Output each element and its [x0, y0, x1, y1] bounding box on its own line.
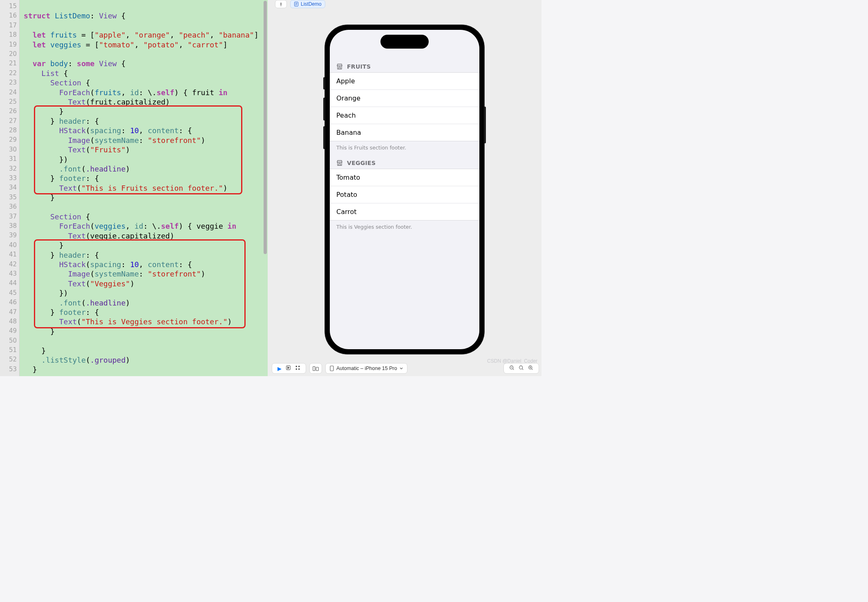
line-number[interactable]: 49 [0, 326, 17, 336]
device-selector[interactable]: Automatic – iPhone 15 Pro [325, 363, 407, 374]
live-icon [286, 365, 291, 370]
table-row[interactable]: Potato [330, 186, 479, 203]
grid-icon [295, 365, 300, 370]
line-number[interactable]: 50 [0, 336, 17, 346]
zoom-out-button[interactable] [507, 365, 517, 372]
svg-rect-6 [313, 366, 315, 370]
line-number[interactable]: 45 [0, 288, 17, 298]
line-number[interactable]: 17 [0, 21, 17, 30]
line-number[interactable]: 18 [0, 30, 17, 40]
variants-icon [313, 366, 319, 371]
line-number[interactable]: 31 [0, 154, 17, 164]
preview-toolbar: ▶ Automatic – iPhone 15 Pro [272, 362, 539, 375]
storefront-icon [336, 63, 343, 70]
line-number[interactable]: 47 [0, 308, 17, 317]
list-view[interactable]: FRUITS Apple Orange Peach Banana This is… [330, 30, 479, 236]
zoom-fit-icon [519, 365, 524, 370]
live-button[interactable] [284, 365, 293, 372]
selectable-button[interactable] [293, 365, 302, 372]
line-number[interactable]: 29 [0, 135, 17, 145]
line-number[interactable]: 25 [0, 97, 17, 107]
dynamic-island [380, 35, 429, 49]
section-header-label: FRUITS [347, 63, 371, 70]
svg-rect-7 [316, 367, 318, 370]
play-button[interactable]: ▶ [275, 366, 284, 372]
code-editor-pane: 1516171819202122232425262728293031323334… [0, 0, 268, 376]
line-number[interactable]: 37 [0, 212, 17, 221]
table-row[interactable]: Apple [330, 73, 479, 90]
line-number[interactable]: 20 [0, 49, 17, 59]
section-header-fruits: FRUITS [330, 61, 479, 72]
line-number[interactable]: 27 [0, 116, 17, 126]
section-footer-fruits: This is Fruits section footer. [330, 141, 479, 157]
line-number[interactable]: 35 [0, 193, 17, 202]
table-row[interactable]: Banana [330, 124, 479, 141]
line-number[interactable]: 41 [0, 250, 17, 259]
storefront-icon [336, 160, 343, 166]
zoom-controls-group [503, 363, 539, 374]
line-number[interactable]: 32 [0, 164, 17, 174]
section-header-label: VEGGIES [347, 160, 376, 166]
breadcrumb-file[interactable]: ListDemo [290, 0, 325, 8]
table-row[interactable]: Orange [330, 90, 479, 107]
line-number[interactable]: 38 [0, 221, 17, 231]
zoom-fit-button[interactable] [517, 365, 526, 372]
line-number[interactable]: 24 [0, 88, 17, 97]
section-rows-veggies: Tomato Potato Carrot [330, 169, 479, 221]
table-row[interactable]: Tomato [330, 169, 479, 186]
line-number[interactable]: 16 [0, 11, 17, 20]
preview-controls-group: ▶ [272, 363, 306, 374]
line-number[interactable]: 34 [0, 183, 17, 192]
phone-button-power [484, 107, 486, 143]
zoom-in-button[interactable] [526, 365, 535, 372]
swift-file-icon [294, 2, 299, 7]
line-number[interactable]: 21 [0, 59, 17, 68]
line-number[interactable]: 15 [0, 2, 17, 11]
line-number[interactable]: 52 [0, 355, 17, 364]
phone-button-volup [323, 98, 325, 120]
table-row[interactable]: Carrot [330, 203, 479, 220]
line-number[interactable]: 26 [0, 107, 17, 116]
svg-rect-5 [298, 368, 300, 370]
preview-breadcrumb-bar: ListDemo [268, 0, 541, 8]
variants-button[interactable] [309, 363, 322, 374]
device-label: Automatic – iPhone 15 Pro [336, 366, 397, 371]
section-footer-veggies: This is Veggies section footer. [330, 221, 479, 236]
line-number-gutter[interactable]: 1516171819202122232425262728293031323334… [0, 0, 20, 376]
breadcrumb-label: ListDemo [301, 1, 322, 7]
svg-rect-2 [296, 366, 297, 367]
line-number[interactable]: 30 [0, 145, 17, 154]
line-number[interactable]: 43 [0, 269, 17, 279]
device-canvas[interactable]: FRUITS Apple Orange Peach Banana This is… [268, 8, 541, 376]
code-area[interactable]: struct ListDemo: View { let fruits = ["a… [20, 0, 268, 376]
line-number[interactable]: 22 [0, 69, 17, 78]
line-number[interactable]: 44 [0, 279, 17, 288]
line-number[interactable]: 48 [0, 317, 17, 326]
line-number[interactable]: 51 [0, 346, 17, 355]
preview-pane: ListDemo FRUITS Apple Orange [268, 0, 541, 376]
line-number[interactable]: 46 [0, 298, 17, 307]
line-number[interactable]: 33 [0, 174, 17, 183]
line-number[interactable]: 53 [0, 365, 17, 374]
zoom-in-icon [528, 365, 533, 370]
section-rows-fruits: Apple Orange Peach Banana [330, 72, 479, 141]
iphone-icon [330, 366, 334, 371]
zoom-out-icon [509, 365, 515, 370]
iphone-screen: FRUITS Apple Orange Peach Banana This is… [330, 30, 479, 349]
line-number[interactable]: 36 [0, 202, 17, 212]
phone-button-voldown [323, 126, 325, 149]
line-number[interactable]: 23 [0, 78, 17, 87]
line-number[interactable]: 42 [0, 260, 17, 269]
svg-rect-4 [296, 368, 297, 370]
line-number[interactable]: 39 [0, 231, 17, 240]
svg-rect-3 [298, 366, 300, 367]
line-number[interactable]: 19 [0, 40, 17, 49]
table-row[interactable]: Peach [330, 107, 479, 124]
editor-scrollbar[interactable] [264, 1, 267, 254]
iphone-frame: FRUITS Apple Orange Peach Banana This is… [324, 25, 485, 355]
line-number[interactable]: 28 [0, 126, 17, 135]
line-number[interactable]: 40 [0, 241, 17, 250]
pin-icon [279, 2, 283, 7]
section-header-veggies: VEGGIES [330, 157, 479, 169]
pin-button[interactable] [275, 0, 287, 8]
